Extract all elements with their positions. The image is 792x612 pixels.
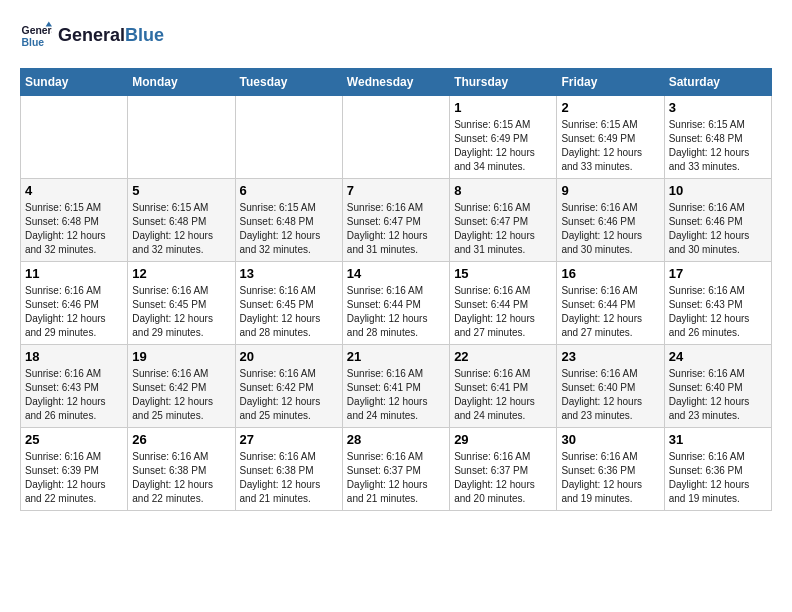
sunrise: Sunrise: 6:16 AM	[240, 285, 316, 296]
daylight: Daylight: 12 hours and 27 minutes.	[454, 313, 535, 338]
weekday-header-friday: Friday	[557, 69, 664, 96]
calendar-cell	[235, 96, 342, 179]
sunset: Sunset: 6:44 PM	[347, 299, 421, 310]
sunrise: Sunrise: 6:16 AM	[132, 285, 208, 296]
calendar-cell: 22 Sunrise: 6:16 AM Sunset: 6:41 PM Dayl…	[450, 345, 557, 428]
daylight: Daylight: 12 hours and 22 minutes.	[25, 479, 106, 504]
daylight: Daylight: 12 hours and 33 minutes.	[669, 147, 750, 172]
daylight: Daylight: 12 hours and 23 minutes.	[669, 396, 750, 421]
daylight: Daylight: 12 hours and 23 minutes.	[561, 396, 642, 421]
calendar-week-5: 25 Sunrise: 6:16 AM Sunset: 6:39 PM Dayl…	[21, 428, 772, 511]
sunrise: Sunrise: 6:15 AM	[669, 119, 745, 130]
calendar-week-1: 1 Sunrise: 6:15 AM Sunset: 6:49 PM Dayli…	[21, 96, 772, 179]
sunset: Sunset: 6:46 PM	[25, 299, 99, 310]
sunset: Sunset: 6:37 PM	[454, 465, 528, 476]
calendar-cell: 3 Sunrise: 6:15 AM Sunset: 6:48 PM Dayli…	[664, 96, 771, 179]
sunset: Sunset: 6:44 PM	[454, 299, 528, 310]
daylight: Daylight: 12 hours and 25 minutes.	[132, 396, 213, 421]
calendar-cell: 14 Sunrise: 6:16 AM Sunset: 6:44 PM Dayl…	[342, 262, 449, 345]
day-number: 27	[240, 432, 338, 447]
sunset: Sunset: 6:46 PM	[669, 216, 743, 227]
day-number: 9	[561, 183, 659, 198]
day-info: Sunrise: 6:16 AM Sunset: 6:40 PM Dayligh…	[669, 367, 767, 423]
sunrise: Sunrise: 6:15 AM	[132, 202, 208, 213]
sunset: Sunset: 6:45 PM	[240, 299, 314, 310]
day-number: 28	[347, 432, 445, 447]
calendar-cell: 31 Sunrise: 6:16 AM Sunset: 6:36 PM Dayl…	[664, 428, 771, 511]
sunrise: Sunrise: 6:16 AM	[454, 451, 530, 462]
sunset: Sunset: 6:49 PM	[454, 133, 528, 144]
sunrise: Sunrise: 6:15 AM	[561, 119, 637, 130]
sunrise: Sunrise: 6:16 AM	[25, 285, 101, 296]
day-info: Sunrise: 6:16 AM Sunset: 6:46 PM Dayligh…	[561, 201, 659, 257]
sunrise: Sunrise: 6:16 AM	[347, 368, 423, 379]
calendar-header-row: SundayMondayTuesdayWednesdayThursdayFrid…	[21, 69, 772, 96]
day-info: Sunrise: 6:16 AM Sunset: 6:45 PM Dayligh…	[132, 284, 230, 340]
calendar-cell	[342, 96, 449, 179]
daylight: Daylight: 12 hours and 33 minutes.	[561, 147, 642, 172]
day-number: 6	[240, 183, 338, 198]
calendar-cell: 28 Sunrise: 6:16 AM Sunset: 6:37 PM Dayl…	[342, 428, 449, 511]
sunset: Sunset: 6:40 PM	[669, 382, 743, 393]
day-number: 22	[454, 349, 552, 364]
day-info: Sunrise: 6:16 AM Sunset: 6:43 PM Dayligh…	[669, 284, 767, 340]
day-info: Sunrise: 6:16 AM Sunset: 6:42 PM Dayligh…	[132, 367, 230, 423]
day-info: Sunrise: 6:16 AM Sunset: 6:47 PM Dayligh…	[347, 201, 445, 257]
day-info: Sunrise: 6:16 AM Sunset: 6:43 PM Dayligh…	[25, 367, 123, 423]
sunset: Sunset: 6:41 PM	[347, 382, 421, 393]
day-info: Sunrise: 6:16 AM Sunset: 6:39 PM Dayligh…	[25, 450, 123, 506]
sunset: Sunset: 6:42 PM	[240, 382, 314, 393]
calendar-cell: 25 Sunrise: 6:16 AM Sunset: 6:39 PM Dayl…	[21, 428, 128, 511]
svg-text:Blue: Blue	[22, 37, 45, 48]
daylight: Daylight: 12 hours and 28 minutes.	[240, 313, 321, 338]
daylight: Daylight: 12 hours and 24 minutes.	[347, 396, 428, 421]
daylight: Daylight: 12 hours and 25 minutes.	[240, 396, 321, 421]
calendar-cell: 23 Sunrise: 6:16 AM Sunset: 6:40 PM Dayl…	[557, 345, 664, 428]
day-number: 10	[669, 183, 767, 198]
sunset: Sunset: 6:36 PM	[561, 465, 635, 476]
day-number: 17	[669, 266, 767, 281]
day-number: 2	[561, 100, 659, 115]
day-number: 11	[25, 266, 123, 281]
sunset: Sunset: 6:47 PM	[454, 216, 528, 227]
weekday-header-wednesday: Wednesday	[342, 69, 449, 96]
day-number: 3	[669, 100, 767, 115]
calendar-week-4: 18 Sunrise: 6:16 AM Sunset: 6:43 PM Dayl…	[21, 345, 772, 428]
daylight: Daylight: 12 hours and 26 minutes.	[25, 396, 106, 421]
day-number: 20	[240, 349, 338, 364]
sunrise: Sunrise: 6:16 AM	[561, 285, 637, 296]
day-number: 13	[240, 266, 338, 281]
sunrise: Sunrise: 6:16 AM	[25, 368, 101, 379]
day-number: 18	[25, 349, 123, 364]
sunrise: Sunrise: 6:16 AM	[669, 202, 745, 213]
sunset: Sunset: 6:36 PM	[669, 465, 743, 476]
calendar-cell: 24 Sunrise: 6:16 AM Sunset: 6:40 PM Dayl…	[664, 345, 771, 428]
calendar-cell: 21 Sunrise: 6:16 AM Sunset: 6:41 PM Dayl…	[342, 345, 449, 428]
sunrise: Sunrise: 6:16 AM	[561, 451, 637, 462]
calendar-cell: 19 Sunrise: 6:16 AM Sunset: 6:42 PM Dayl…	[128, 345, 235, 428]
calendar-cell: 6 Sunrise: 6:15 AM Sunset: 6:48 PM Dayli…	[235, 179, 342, 262]
calendar-cell: 5 Sunrise: 6:15 AM Sunset: 6:48 PM Dayli…	[128, 179, 235, 262]
sunrise: Sunrise: 6:16 AM	[132, 451, 208, 462]
day-number: 14	[347, 266, 445, 281]
daylight: Daylight: 12 hours and 32 minutes.	[240, 230, 321, 255]
calendar-cell: 20 Sunrise: 6:16 AM Sunset: 6:42 PM Dayl…	[235, 345, 342, 428]
sunrise: Sunrise: 6:16 AM	[669, 451, 745, 462]
daylight: Daylight: 12 hours and 29 minutes.	[25, 313, 106, 338]
calendar-cell: 27 Sunrise: 6:16 AM Sunset: 6:38 PM Dayl…	[235, 428, 342, 511]
daylight: Daylight: 12 hours and 19 minutes.	[669, 479, 750, 504]
day-info: Sunrise: 6:16 AM Sunset: 6:38 PM Dayligh…	[132, 450, 230, 506]
calendar-week-3: 11 Sunrise: 6:16 AM Sunset: 6:46 PM Dayl…	[21, 262, 772, 345]
sunrise: Sunrise: 6:16 AM	[669, 368, 745, 379]
day-info: Sunrise: 6:16 AM Sunset: 6:44 PM Dayligh…	[347, 284, 445, 340]
day-number: 15	[454, 266, 552, 281]
calendar-cell: 15 Sunrise: 6:16 AM Sunset: 6:44 PM Dayl…	[450, 262, 557, 345]
sunrise: Sunrise: 6:16 AM	[132, 368, 208, 379]
daylight: Daylight: 12 hours and 30 minutes.	[669, 230, 750, 255]
daylight: Daylight: 12 hours and 28 minutes.	[347, 313, 428, 338]
calendar-cell: 29 Sunrise: 6:16 AM Sunset: 6:37 PM Dayl…	[450, 428, 557, 511]
sunrise: Sunrise: 6:16 AM	[240, 368, 316, 379]
calendar-cell: 11 Sunrise: 6:16 AM Sunset: 6:46 PM Dayl…	[21, 262, 128, 345]
daylight: Daylight: 12 hours and 21 minutes.	[240, 479, 321, 504]
day-info: Sunrise: 6:15 AM Sunset: 6:48 PM Dayligh…	[240, 201, 338, 257]
